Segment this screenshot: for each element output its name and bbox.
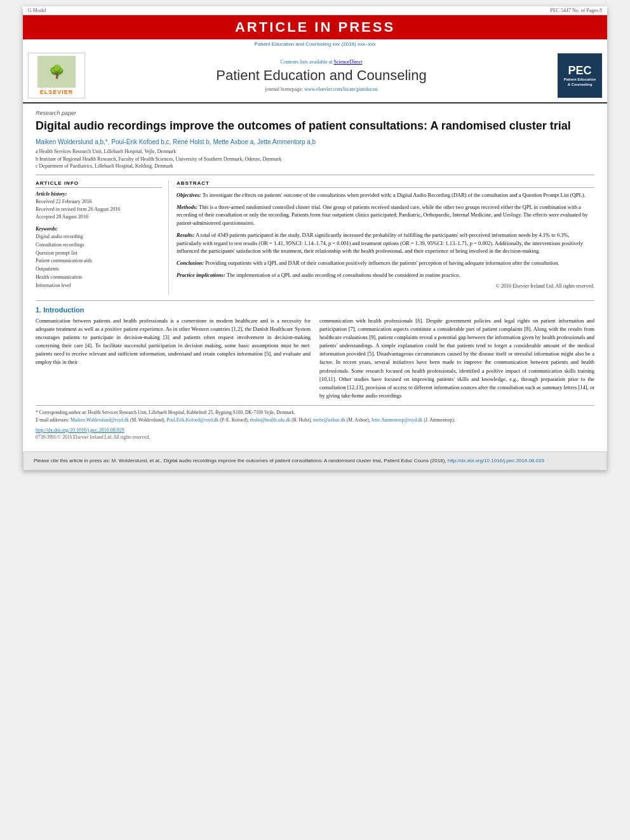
citation-line: Patient Education and Counseling xxx (20…	[23, 39, 607, 49]
pec-logo-text: PEC	[568, 64, 591, 77]
intro-text-right: communication with health professionals …	[319, 317, 594, 401]
received-revised-date: Received in revised form 26 August 2016	[36, 206, 162, 213]
journal-center: Contents lists available at ScienceDirec…	[90, 59, 553, 92]
elsevier-wordmark: ELSEVIER	[40, 89, 74, 95]
abstract-results: Results: A total of 4349 patients partic…	[177, 231, 594, 255]
article-in-press-band: ARTICLE IN PRESS	[23, 15, 607, 39]
gmodel-bar: G Model PEC 5447 No. of Pages 8	[23, 6, 607, 15]
sciencedirect-anchor[interactable]: ScienceDirect	[334, 59, 363, 65]
article-info-abstract-cols: ARTICLE INFO Article history: Received 2…	[36, 180, 594, 295]
methods-label: Methods:	[177, 204, 198, 210]
introduction-section: 1. Introduction Communication between pa…	[36, 306, 594, 401]
keywords-label: Keywords:	[36, 226, 162, 232]
journal-header: 🌳 ELSEVIER Contents lists available at S…	[23, 49, 607, 103]
keyword-6: Health communication	[36, 274, 162, 282]
article-history-label: Article history:	[36, 191, 162, 197]
pec-ref: PEC 5447 No. of Pages 8	[550, 8, 602, 13]
elsevier-tree-image: 🌳	[37, 56, 76, 88]
copyright-line: © 2016 Elsevier Ireland Ltd. All rights …	[177, 283, 594, 289]
email4-link[interactable]: mette@axboe.dk	[313, 417, 345, 423]
results-text: A total of 4349 patients participated in…	[177, 232, 583, 255]
corresponding-author: * Corresponding author at: Health Servic…	[36, 409, 594, 416]
abstract-practice: Practice implications: The implementatio…	[177, 271, 594, 279]
results-label: Results:	[177, 232, 194, 238]
doi-rights: 0738-3991/© 2016 Elsevier Ireland Ltd. A…	[36, 434, 150, 440]
abstract-conclusion: Conclusion: Providing outpatients with a…	[177, 259, 594, 267]
keywords-list: Digital audio recording Consultation rec…	[36, 233, 162, 290]
keyword-2: Consultation recordings	[36, 241, 162, 250]
email-addresses: E-mail addresses: Maiken.Wolderslund@rsy…	[36, 417, 594, 423]
conclusion-text: Providing outpatients with a QPL and DAR…	[205, 260, 559, 266]
practice-text: The implementation of a QPL and audio re…	[227, 272, 460, 278]
conclusion-label: Conclusion:	[177, 260, 204, 266]
keyword-3: Question prompt list	[36, 250, 162, 258]
pec-logo-subtitle: Patient Education& Counseling	[564, 77, 596, 88]
intro-text-left: Communication between patients and healt…	[36, 317, 311, 367]
cite-text: Please cite this article in press as: M.…	[34, 458, 446, 463]
article-title: Digital audio recordings improve the out…	[36, 119, 594, 133]
section-divider	[36, 300, 594, 301]
email5-link[interactable]: Jette.Ammentorp@rsyd.dk	[372, 417, 423, 423]
objectives-label: Objectives:	[177, 192, 201, 198]
keyword-4: Patient communication aids	[36, 257, 162, 265]
pec-logo-box: PEC Patient Education& Counseling	[558, 53, 602, 98]
received-date: Received 22 February 2016	[36, 198, 162, 206]
journal-title: Patient Education and Counseling	[90, 67, 553, 84]
affiliation-b: b Institute of Regional Health Research,…	[36, 156, 594, 163]
intro-col-right: communication with health professionals …	[319, 317, 594, 401]
article-info-heading: ARTICLE INFO	[36, 180, 162, 188]
intro-two-col: Communication between patients and healt…	[36, 317, 594, 401]
abstract-col: ABSTRACT Objectives: To investigate the …	[177, 180, 594, 295]
article-type-label: Research paper	[36, 110, 594, 116]
page: G Model PEC 5447 No. of Pages 8 ARTICLE …	[23, 6, 607, 470]
keywords-block: Keywords: Digital audio recording Consul…	[36, 226, 162, 290]
authors-line: Maiken Wolderslund a,b,*, Poul-Erik Kofo…	[36, 138, 594, 145]
cite-bar: Please cite this article in press as: M.…	[23, 451, 607, 470]
email1-link[interactable]: Maiken.Wolderslund@rsyd.dk	[70, 417, 129, 423]
abstract-objectives: Objectives: To investigate the effects o…	[177, 191, 594, 199]
gmodel-label: G Model	[28, 8, 46, 13]
keyword-5: Outpatients	[36, 265, 162, 274]
homepage-link[interactable]: www.elsevier.com/locate/pateducou	[304, 86, 377, 92]
abstract-methods: Methods: This is a three-armed randomise…	[177, 203, 594, 227]
abstract-heading: ABSTRACT	[177, 180, 594, 188]
keyword-1: Digital audio recording	[36, 233, 162, 241]
paper-body: Research paper Digital audio recordings …	[23, 103, 607, 446]
methods-text: This is a three-armed randomised control…	[177, 204, 588, 227]
objectives-text: To investigate the effects on patients' …	[203, 192, 586, 198]
elsevier-logo: 🌳 ELSEVIER	[28, 53, 85, 98]
journal-homepage: journal homepage: www.elsevier.com/locat…	[90, 86, 553, 92]
cite-doi-link[interactable]: http://dx.doi.org/10.1016/j.pec.2016.08.…	[448, 458, 544, 463]
affiliation-c: c Department of Paediatrics, Lillebaelt …	[36, 163, 594, 170]
accepted-date: Accepted 28 August 2016	[36, 213, 162, 221]
intro-col-left: Communication between patients and healt…	[36, 317, 311, 401]
email2-link[interactable]: Poul.Erik.Kofoed@rsyd.dk	[166, 417, 218, 423]
affiliation-a: a Health Services Research Unit, Lilleba…	[36, 148, 594, 155]
doi-section: http://dx.doi.org/10.1016/j.pec.2016.08.…	[36, 427, 594, 440]
footnote-section: * Corresponding author at: Health Servic…	[36, 405, 594, 423]
affiliations-block: a Health Services Research Unit, Lilleba…	[36, 148, 594, 175]
article-info-col: ARTICLE INFO Article history: Received 2…	[36, 180, 169, 295]
keyword-7: Information level	[36, 282, 162, 290]
practice-label: Practice implications:	[177, 272, 225, 278]
email3-link[interactable]: rholst@health.sdu.dk	[250, 417, 290, 423]
article-history-block: Article history: Received 22 February 20…	[36, 191, 162, 221]
doi-link[interactable]: http://dx.doi.org/10.1016/j.pec.2016.08.…	[36, 427, 594, 433]
intro-section-title: 1. Introduction	[36, 306, 594, 314]
sciencedirect-link: Contents lists available at ScienceDirec…	[90, 59, 553, 65]
